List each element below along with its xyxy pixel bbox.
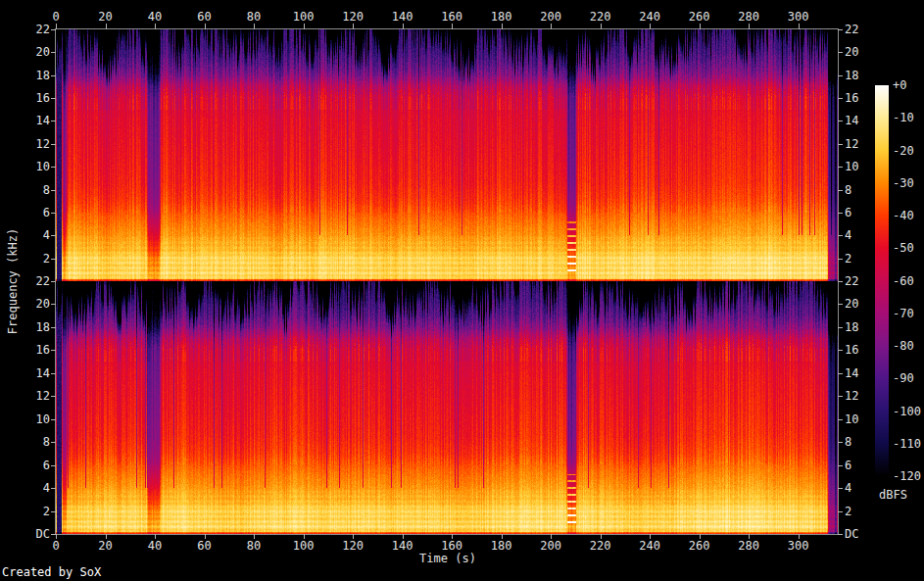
freq-tick-label: DC xyxy=(20,528,50,540)
freq-tick xyxy=(51,235,56,236)
x-tick xyxy=(205,24,206,29)
freq-tick-label: 22 xyxy=(845,24,875,35)
freq-tick-label: 16 xyxy=(845,344,875,356)
freq-tick-label: 16 xyxy=(845,92,875,104)
x-tick xyxy=(403,24,404,29)
freq-tick-label: 18 xyxy=(845,321,875,333)
colorbar-tick-label: -120 xyxy=(893,470,921,482)
colorbar-tick-label: +0 xyxy=(893,79,906,91)
freq-tick xyxy=(51,167,56,168)
x-tick-label: 200 xyxy=(531,11,570,23)
colorbar-tick-label: -100 xyxy=(893,406,921,417)
x-tick-label: 280 xyxy=(729,540,768,552)
freq-tick-label: 8 xyxy=(845,436,875,448)
freq-tick-label: 2 xyxy=(20,506,50,517)
freq-tick xyxy=(51,373,56,374)
x-tick xyxy=(353,24,354,29)
x-tick-label: 60 xyxy=(185,11,224,23)
freq-tick xyxy=(838,304,843,305)
freq-tick-label: 6 xyxy=(20,460,50,471)
freq-tick xyxy=(51,281,56,282)
freq-tick-label: 14 xyxy=(845,367,875,379)
x-tick-label: 160 xyxy=(432,11,471,23)
x-tick xyxy=(700,24,701,29)
freq-tick-label: 14 xyxy=(20,367,50,379)
colorbar-tick-label: -110 xyxy=(893,438,921,450)
x-tick xyxy=(551,24,552,29)
freq-tick-label: 6 xyxy=(845,460,875,471)
spectrogram-channel-1 xyxy=(56,29,838,281)
freq-tick-label: 12 xyxy=(20,390,50,402)
x-tick-label: 240 xyxy=(630,540,669,552)
freq-tick-label: 4 xyxy=(20,229,50,241)
freq-tick-label: 2 xyxy=(20,253,50,265)
freq-tick xyxy=(51,52,56,53)
freq-tick-label: 12 xyxy=(845,138,875,150)
x-tick-label: 80 xyxy=(234,540,273,552)
x-tick-label: 100 xyxy=(284,540,323,552)
colorbar-tick-label: -60 xyxy=(893,275,914,287)
x-tick xyxy=(106,24,107,29)
freq-tick xyxy=(51,304,56,305)
freq-tick-label: 4 xyxy=(20,482,50,494)
freq-tick xyxy=(51,350,56,351)
x-tick-label: 0 xyxy=(36,540,75,552)
freq-tick xyxy=(838,373,843,374)
x-tick-label: 20 xyxy=(86,11,125,23)
freq-tick-label: 6 xyxy=(845,207,875,218)
freq-tick-label: 2 xyxy=(845,253,875,265)
x-tick-label: 260 xyxy=(680,11,719,23)
colorbar-tick-label: -40 xyxy=(893,210,914,221)
x-tick-label: 260 xyxy=(680,540,719,552)
x-tick xyxy=(155,24,156,29)
freq-tick xyxy=(838,167,843,168)
spectrogram-page: 0204060801001201401601802002202402602803… xyxy=(0,0,924,581)
x-tick-label: 220 xyxy=(581,11,620,23)
freq-tick xyxy=(838,281,843,282)
freq-tick-label: 18 xyxy=(20,321,50,333)
freq-tick-label: 22 xyxy=(845,275,875,287)
freq-tick xyxy=(51,534,56,535)
freq-tick xyxy=(51,144,56,145)
freq-tick-label: 10 xyxy=(845,413,875,425)
freq-tick xyxy=(838,488,843,489)
dbfs-colorbar xyxy=(875,85,889,476)
x-tick xyxy=(650,24,651,29)
x-tick xyxy=(304,24,305,29)
freq-tick-label: 10 xyxy=(845,161,875,172)
freq-tick xyxy=(838,75,843,76)
freq-tick-label: 12 xyxy=(845,390,875,402)
freq-tick xyxy=(838,350,843,351)
freq-tick xyxy=(51,213,56,214)
x-tick-label: 220 xyxy=(581,540,620,552)
x-tick-label: 100 xyxy=(284,11,323,23)
x-tick-label: 20 xyxy=(86,540,125,552)
freq-tick-label: 8 xyxy=(20,436,50,448)
dbfs-unit-label: dBFS xyxy=(879,489,907,501)
x-tick-label: 80 xyxy=(234,11,273,23)
freq-tick xyxy=(838,190,843,191)
freq-tick-label: 10 xyxy=(20,413,50,425)
freq-tick xyxy=(51,98,56,99)
freq-tick xyxy=(838,419,843,420)
x-tick-label: 180 xyxy=(482,540,521,552)
freq-tick xyxy=(838,213,843,214)
freq-tick-label: 2 xyxy=(845,506,875,517)
x-tick xyxy=(799,24,800,29)
freq-tick-label: 4 xyxy=(845,229,875,241)
freq-tick-label: 18 xyxy=(20,70,50,81)
plot-frame-top xyxy=(55,28,839,29)
colorbar-tick-label: -30 xyxy=(893,177,914,189)
freq-tick xyxy=(838,121,843,121)
freq-tick-label: 4 xyxy=(845,482,875,494)
freq-tick xyxy=(51,511,56,512)
x-tick-label: 120 xyxy=(333,11,372,23)
freq-tick-label: 12 xyxy=(20,138,50,150)
freq-tick xyxy=(838,29,843,30)
freq-tick xyxy=(51,442,56,443)
colorbar-tick-label: -80 xyxy=(893,340,914,352)
freq-tick xyxy=(51,29,56,30)
x-tick-label: 60 xyxy=(185,540,224,552)
freq-tick-label: 22 xyxy=(20,24,50,35)
freq-tick-label: 6 xyxy=(20,207,50,218)
